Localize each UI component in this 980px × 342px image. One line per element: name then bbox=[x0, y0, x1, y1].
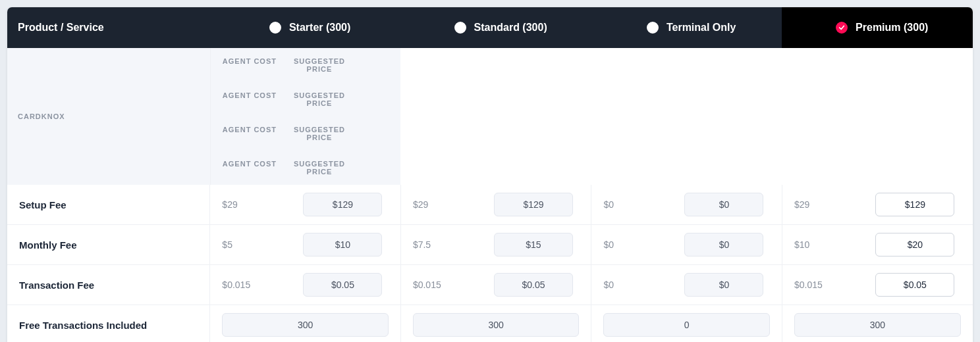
subheader-starter: Agent Cost Suggested Price bbox=[210, 48, 401, 82]
suggested-price-input[interactable]: $0.05 bbox=[303, 273, 382, 297]
row-setup-fee: Setup Fee $29 $129 $29 $129 $0 $0 $29 $1… bbox=[7, 185, 973, 225]
suggested-price-input[interactable]: $10 bbox=[303, 233, 382, 256]
plan-label: Standard (300) bbox=[474, 22, 547, 34]
row-transaction-fee: Transaction Fee $0.015 $0.05 $0.015 $0.0… bbox=[7, 265, 973, 305]
free-transactions-input[interactable]: 300 bbox=[222, 313, 389, 337]
row-label: Transaction Fee bbox=[7, 265, 210, 305]
agent-cost: $29 bbox=[222, 199, 297, 210]
plan-label: Premium (300) bbox=[856, 22, 928, 34]
suggested-price-input[interactable]: $20 bbox=[875, 233, 954, 256]
agent-cost: $0 bbox=[603, 280, 678, 290]
plan-label: Starter (300) bbox=[289, 22, 350, 34]
suggested-price-input[interactable]: $0.05 bbox=[875, 273, 954, 297]
plan-header-terminal[interactable]: Terminal Only bbox=[591, 7, 782, 48]
suggested-price-label: Suggested Price bbox=[283, 91, 356, 107]
section-label-cardknox: Cardknox bbox=[7, 48, 210, 185]
subheader-premium: Agent Cost Suggested Price bbox=[210, 151, 401, 185]
pricing-table: Product / Service Starter (300) Standard… bbox=[7, 7, 973, 342]
pricing-comparison-card: Product / Service Starter (300) Standard… bbox=[7, 7, 973, 342]
radio-unchecked-icon bbox=[269, 22, 281, 34]
plan-header-premium[interactable]: Premium (300) bbox=[782, 7, 973, 48]
suggested-price-input[interactable]: $129 bbox=[303, 193, 382, 216]
row-monthly-fee: Monthly Fee $5 $10 $7.5 $15 $0 $0 $10 $2… bbox=[7, 225, 973, 265]
suggested-price-input[interactable]: $15 bbox=[494, 233, 573, 256]
product-service-header: Product / Service bbox=[7, 7, 210, 48]
suggested-price-input[interactable]: $129 bbox=[875, 193, 954, 216]
agent-cost: $0.015 bbox=[222, 280, 297, 290]
row-label: Monthly Fee bbox=[7, 225, 210, 265]
agent-cost-label: Agent Cost bbox=[223, 91, 283, 107]
suggested-price-input[interactable]: $129 bbox=[494, 193, 573, 216]
agent-cost: $0.015 bbox=[413, 280, 488, 290]
plan-label: Terminal Only bbox=[667, 22, 736, 34]
agent-cost: $0 bbox=[603, 199, 678, 210]
radio-unchecked-icon bbox=[454, 22, 466, 34]
row-label: Setup Fee bbox=[7, 185, 210, 225]
table-header-row: Product / Service Starter (300) Standard… bbox=[7, 7, 973, 48]
agent-cost: $29 bbox=[794, 199, 869, 210]
agent-cost-label: Agent Cost bbox=[223, 57, 283, 73]
suggested-price-input[interactable]: $0.05 bbox=[494, 273, 573, 297]
agent-cost: $29 bbox=[413, 199, 488, 210]
suggested-price-input[interactable]: $0 bbox=[684, 273, 763, 297]
free-transactions-input[interactable]: 300 bbox=[794, 313, 961, 337]
suggested-price-label: Suggested Price bbox=[283, 126, 356, 141]
suggested-price-input[interactable]: $0 bbox=[684, 193, 763, 216]
plan-header-starter[interactable]: Starter (300) bbox=[210, 7, 401, 48]
suggested-price-label: Suggested Price bbox=[283, 57, 356, 73]
agent-cost-label: Agent Cost bbox=[223, 126, 283, 141]
subheader-standard: Agent Cost Suggested Price bbox=[210, 82, 401, 116]
agent-cost: $10 bbox=[794, 239, 869, 250]
agent-cost: $7.5 bbox=[413, 239, 488, 250]
cardknox-subheader-row: Cardknox Agent Cost Suggested Price Agen… bbox=[7, 48, 973, 185]
agent-cost: $0.015 bbox=[794, 280, 869, 290]
row-free-transactions: Free Transactions Included 300 300 0 300 bbox=[7, 305, 973, 343]
plan-header-standard[interactable]: Standard (300) bbox=[400, 7, 591, 48]
agent-cost: $5 bbox=[222, 239, 297, 250]
free-transactions-input[interactable]: 0 bbox=[603, 313, 770, 337]
agent-cost-label: Agent Cost bbox=[223, 160, 283, 176]
row-label: Free Transactions Included bbox=[7, 305, 210, 343]
radio-unchecked-icon bbox=[647, 22, 659, 34]
suggested-price-label: Suggested Price bbox=[283, 160, 356, 176]
suggested-price-input[interactable]: $0 bbox=[684, 233, 763, 256]
free-transactions-input[interactable]: 300 bbox=[413, 313, 580, 337]
radio-checked-icon bbox=[836, 22, 848, 34]
subheader-terminal: Agent Cost Suggested Price bbox=[210, 116, 401, 151]
agent-cost: $0 bbox=[603, 239, 678, 250]
